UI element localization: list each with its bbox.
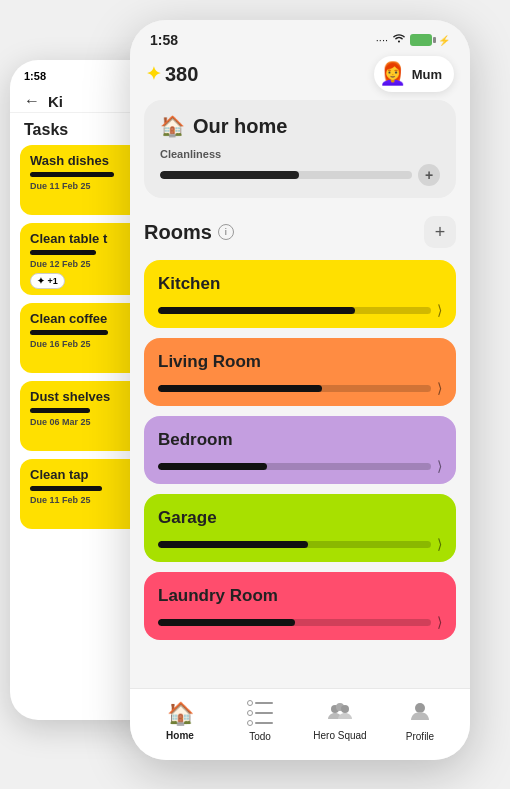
task-progress-bar — [30, 330, 108, 335]
room-card-living[interactable]: Living Room ⟩ — [144, 338, 456, 406]
room-progress-fill — [158, 619, 295, 626]
room-arrow-icon: ⟩ — [437, 380, 442, 396]
room-name: Garage — [158, 508, 442, 528]
profile-nav-icon — [409, 700, 431, 728]
cleanliness-progress-bg — [160, 171, 412, 179]
room-progress-bg — [158, 463, 431, 470]
room-arrow-icon: ⟩ — [437, 458, 442, 474]
statusbar: 1:58 ···· ⚡ — [130, 20, 470, 52]
room-progress-fill — [158, 307, 355, 314]
rooms-title: Rooms — [144, 221, 212, 244]
room-progress-row: ⟩ — [158, 458, 442, 474]
nav-profile[interactable]: Profile — [380, 700, 460, 742]
rooms-title-row: Rooms i — [144, 221, 234, 244]
task-progress-bar — [30, 408, 90, 413]
status-time: 1:58 — [150, 32, 178, 48]
front-phone: 1:58 ···· ⚡ ✦ 380 👩‍🦰 Mum — [130, 20, 470, 760]
back-arrow-icon[interactable]: ← — [24, 92, 40, 110]
room-progress-fill — [158, 463, 267, 470]
battery-bolt-icon: ⚡ — [438, 35, 450, 46]
room-card-kitchen[interactable]: Kitchen ⟩ — [144, 260, 456, 328]
hero-squad-nav-icon — [327, 701, 353, 727]
main-content: 🏠 Our home Cleanliness + Rooms i + — [130, 100, 470, 760]
room-progress-row: ⟩ — [158, 302, 442, 318]
svg-point-3 — [415, 703, 425, 713]
home-house-icon: 🏠 — [160, 114, 185, 138]
room-name: Kitchen — [158, 274, 442, 294]
room-arrow-icon: ⟩ — [437, 302, 442, 318]
room-card-garage[interactable]: Garage ⟩ — [144, 494, 456, 562]
nav-todo[interactable]: Todo — [220, 700, 300, 742]
home-card[interactable]: 🏠 Our home Cleanliness + — [144, 100, 456, 198]
avatar-emoji: 👩‍🦰 — [379, 61, 406, 87]
battery-icon — [410, 34, 432, 46]
task-progress-bar — [30, 250, 96, 255]
user-name: Mum — [412, 67, 442, 82]
status-icons: ···· ⚡ — [376, 34, 450, 46]
room-progress-bg — [158, 541, 431, 548]
add-room-button[interactable]: + — [424, 216, 456, 248]
room-progress-row: ⟩ — [158, 614, 442, 630]
nav-profile-label: Profile — [406, 731, 434, 742]
back-time: 1:58 — [24, 70, 46, 82]
back-screen-title: Ki — [48, 93, 63, 110]
wifi-icon — [392, 34, 406, 46]
star-icon: ✦ — [146, 63, 161, 85]
nav-hero-squad-label: Hero Squad — [313, 730, 366, 741]
task-badge[interactable]: ✦ +1 — [30, 273, 65, 289]
todo-nav-icon — [247, 700, 273, 726]
home-card-title: 🏠 Our home — [160, 114, 440, 138]
room-card-laundry[interactable]: Laundry Room ⟩ — [144, 572, 456, 640]
room-name: Laundry Room — [158, 586, 442, 606]
rooms-header: Rooms i + — [144, 216, 456, 248]
room-name: Bedroom — [158, 430, 442, 450]
home-nav-icon: 🏠 — [167, 701, 194, 727]
svg-point-2 — [341, 705, 349, 713]
cleanliness-progress-row: + — [160, 164, 440, 186]
rooms-info-icon[interactable]: i — [218, 224, 234, 240]
room-progress-bg — [158, 385, 431, 392]
room-progress-row: ⟩ — [158, 536, 442, 552]
task-progress-bar — [30, 172, 114, 177]
nav-todo-label: Todo — [249, 731, 271, 742]
cleanliness-progress-fill — [160, 171, 299, 179]
room-name: Living Room — [158, 352, 442, 372]
cleanliness-add-icon[interactable]: + — [418, 164, 440, 186]
room-progress-bg — [158, 307, 431, 314]
room-progress-row: ⟩ — [158, 380, 442, 396]
signal-dots-icon: ···· — [376, 34, 388, 46]
nav-home-label: Home — [166, 730, 194, 741]
room-card-bedroom[interactable]: Bedroom ⟩ — [144, 416, 456, 484]
room-arrow-icon: ⟩ — [437, 614, 442, 630]
points-display: ✦ 380 — [146, 63, 198, 86]
bottom-nav: 🏠 Home Todo — [130, 688, 470, 760]
points-value: 380 — [165, 63, 198, 86]
cleanliness-label: Cleanliness — [160, 148, 440, 160]
room-progress-fill — [158, 541, 308, 548]
task-progress-bar — [30, 486, 102, 491]
topbar: ✦ 380 👩‍🦰 Mum — [130, 52, 470, 100]
nav-home[interactable]: 🏠 Home — [140, 701, 220, 741]
room-progress-fill — [158, 385, 322, 392]
user-avatar-button[interactable]: 👩‍🦰 Mum — [374, 56, 454, 92]
nav-hero-squad[interactable]: Hero Squad — [300, 701, 380, 741]
room-arrow-icon: ⟩ — [437, 536, 442, 552]
room-progress-bg — [158, 619, 431, 626]
